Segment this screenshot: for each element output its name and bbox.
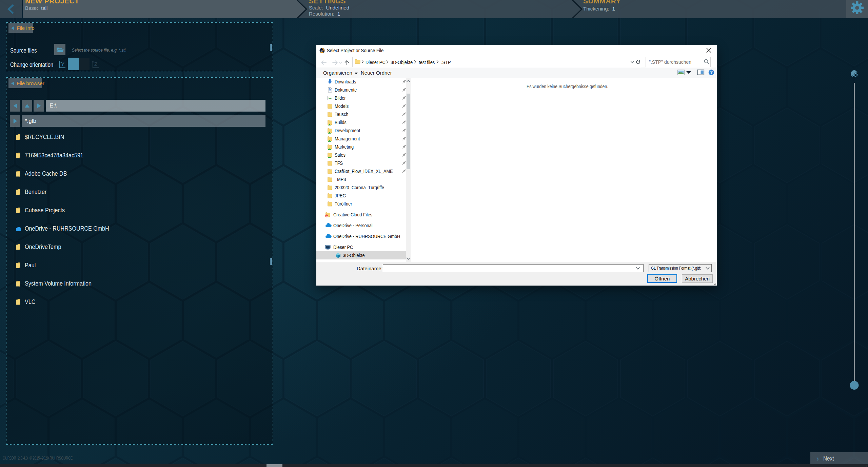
svg-text:Y: Y	[61, 61, 64, 67]
svg-text:?: ?	[710, 70, 713, 75]
svg-text:Z: Z	[94, 61, 97, 67]
